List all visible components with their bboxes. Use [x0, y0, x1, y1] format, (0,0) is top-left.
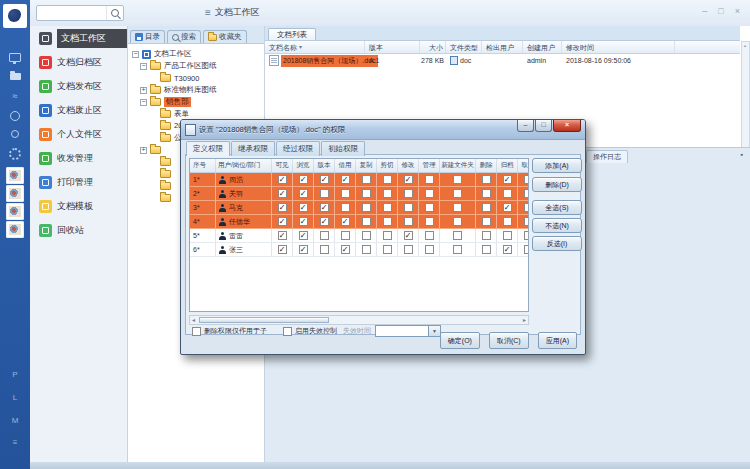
perm-checkbox[interactable] [362, 231, 371, 240]
perm-checkbox[interactable] [362, 189, 371, 198]
tab-define-permission[interactable]: 定义权限 [186, 141, 230, 156]
perm-checkbox[interactable]: ✓ [278, 217, 287, 226]
tab-pass-permission[interactable]: 经过权限 [276, 141, 320, 156]
sidebar-item-doc-workspace[interactable]: 文档工作区 [30, 26, 127, 50]
tab-favorites[interactable]: 收藏夹 [203, 30, 247, 43]
collapse-icon[interactable] [140, 63, 147, 70]
perm-checkbox[interactable]: ✓ [299, 189, 308, 198]
perm-checkbox[interactable]: ✓ [299, 203, 308, 212]
monitor-icon[interactable] [0, 53, 30, 62]
perm-checkbox[interactable] [453, 203, 462, 212]
tab-document-list[interactable]: 文档列表 [268, 28, 316, 40]
perm-checkbox[interactable]: ✓ [341, 245, 350, 254]
perm-checkbox[interactable]: ✓ [278, 175, 287, 184]
column-size[interactable]: 大小 [420, 41, 446, 53]
perm-checkbox[interactable] [425, 245, 434, 254]
sync-icon[interactable] [0, 111, 30, 121]
document-row[interactable]: 201808销售合同（现场）.doc A.1 278 KB doc admin … [265, 54, 740, 67]
perm-checkbox[interactable] [524, 203, 530, 212]
tab-initial-permission[interactable]: 初始权限 [321, 141, 365, 156]
app-logo[interactable] [3, 4, 27, 28]
perm-checkbox[interactable] [503, 231, 512, 240]
tree-node[interactable]: T30900 [130, 72, 264, 84]
perm-checkbox[interactable] [453, 231, 462, 240]
select-none-button[interactable]: 不选(N) [532, 218, 582, 233]
column-modified-time[interactable]: 修改时间 [562, 41, 675, 53]
permission-row[interactable]: 3* 马克 ✓ ✓ ✓ ✓ [190, 201, 529, 215]
close-button[interactable]: × [735, 6, 740, 16]
perm-checkbox[interactable] [524, 231, 530, 240]
perm-checkbox[interactable]: ✓ [341, 217, 350, 226]
column-version[interactable]: 版本 [365, 41, 420, 53]
perm-checkbox[interactable] [341, 203, 350, 212]
perm-checkbox[interactable] [524, 217, 530, 226]
perm-checkbox[interactable] [383, 217, 392, 226]
photo-thumbnail[interactable] [6, 167, 24, 184]
search-button[interactable] [106, 6, 123, 20]
perm-checkbox[interactable]: ✓ [278, 231, 287, 240]
tree-node[interactable]: 标准物料库图纸 [130, 84, 264, 96]
select-all-button[interactable]: 全选(S) [532, 200, 582, 215]
tab-operation-log[interactable]: 操作日志 [586, 150, 628, 163]
perm-checkbox[interactable] [524, 175, 530, 184]
perm-checkbox[interactable] [404, 217, 413, 226]
expire-time-dropdown[interactable] [375, 325, 441, 337]
minimize-button[interactable]: – [702, 6, 707, 16]
perm-checkbox[interactable]: ✓ [404, 231, 413, 240]
perm-checkbox[interactable] [404, 203, 413, 212]
perm-checkbox[interactable] [453, 175, 462, 184]
photo-thumbnail[interactable] [6, 221, 24, 238]
maximize-button[interactable]: □ [718, 6, 723, 16]
perm-checkbox[interactable]: ✓ [503, 175, 512, 184]
collapse-icon[interactable] [140, 99, 147, 106]
tree-node-selected[interactable]: 销售部 [130, 96, 264, 108]
tab-search[interactable]: 搜索 [167, 30, 201, 43]
perm-checkbox[interactable] [482, 189, 491, 198]
perm-checkbox[interactable] [383, 245, 392, 254]
dialog-close-button[interactable]: × [553, 120, 581, 132]
dialog-maximize-button[interactable]: □ [535, 120, 552, 132]
apply-button[interactable]: 应用(A) [538, 332, 577, 349]
perm-checkbox[interactable] [404, 189, 413, 198]
photo-thumbnail[interactable] [6, 185, 24, 202]
tab-inherit-permission[interactable]: 继承权限 [231, 141, 275, 156]
expand-icon[interactable] [140, 147, 147, 154]
permission-row[interactable]: 2* 关羽 ✓ ✓ [190, 187, 529, 201]
perm-checkbox[interactable] [482, 231, 491, 240]
perm-checkbox[interactable] [362, 217, 371, 226]
perm-checkbox[interactable]: ✓ [278, 203, 287, 212]
perm-checkbox[interactable]: ✓ [320, 217, 329, 226]
search-input[interactable] [37, 9, 106, 18]
scrollbar-thumb[interactable] [199, 317, 329, 323]
doclist-scrollbar[interactable] [741, 41, 750, 159]
perm-checkbox[interactable] [383, 189, 392, 198]
dialog-title-bar[interactable]: 设置 "201808销售合同（现场）.doc" 的权限 – □ × [181, 120, 585, 140]
perm-checkbox[interactable] [482, 217, 491, 226]
perm-checkbox[interactable]: ✓ [503, 245, 512, 254]
sidebar-item-doc-template[interactable]: 文档模板 [30, 194, 127, 218]
perm-checkbox[interactable]: ✓ [341, 175, 350, 184]
invert-select-button[interactable]: 反选(I) [532, 236, 582, 251]
search-box[interactable] [36, 5, 124, 21]
photo-thumbnail[interactable] [6, 203, 24, 220]
perm-checkbox[interactable]: ✓ [320, 175, 329, 184]
perm-checkbox[interactable] [425, 231, 434, 240]
menu-icon[interactable]: ≡ [0, 438, 30, 447]
signature-icon[interactable]: ≈ [0, 92, 30, 101]
perm-checkbox[interactable] [453, 217, 462, 226]
sidebar-item-recycle-bin[interactable]: 回收站 [30, 218, 127, 242]
perm-checkbox[interactable] [524, 245, 530, 254]
perm-checkbox[interactable]: ✓ [299, 175, 308, 184]
perm-checkbox[interactable] [524, 189, 530, 198]
perm-checkbox[interactable] [320, 189, 329, 198]
perm-checkbox[interactable]: ✓ [404, 175, 413, 184]
expand-icon[interactable] [140, 87, 147, 94]
perm-checkbox[interactable] [482, 245, 491, 254]
ok-button[interactable]: 确定(O) [440, 332, 480, 349]
perm-checkbox[interactable]: ✓ [503, 203, 512, 212]
perm-checkbox[interactable] [362, 245, 371, 254]
gear-icon[interactable] [0, 148, 30, 160]
perm-checkbox[interactable] [320, 245, 329, 254]
permission-row[interactable]: 5* 雷雷 ✓ ✓ ✓ [190, 229, 529, 243]
perm-checkbox[interactable] [320, 231, 329, 240]
